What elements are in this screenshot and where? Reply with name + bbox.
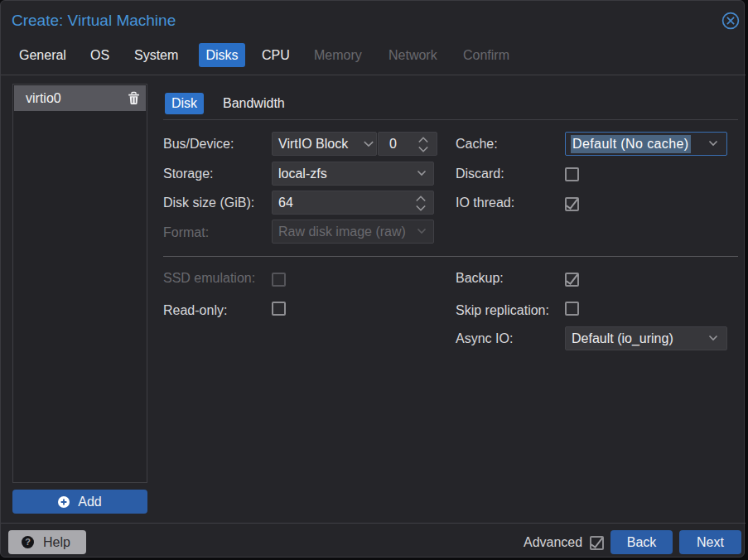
svg-text:?: ? [25,537,31,547]
